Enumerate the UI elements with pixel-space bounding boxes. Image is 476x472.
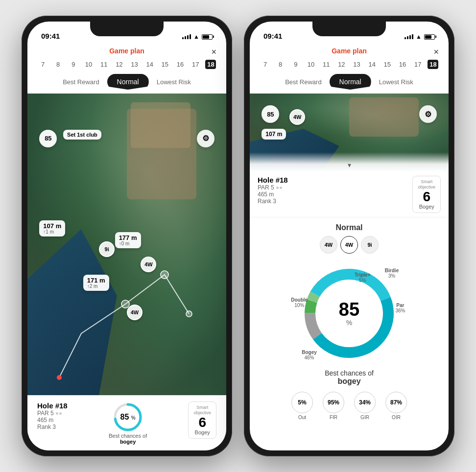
- lowest-risk-btn-right[interactable]: Lowest Risk: [371, 74, 421, 90]
- best-reward-btn-right[interactable]: Best Reward: [277, 74, 329, 90]
- close-button-right[interactable]: ×: [433, 47, 439, 57]
- detail-panel-right: Hole #18 PAR 5 465 m Rank 3 Smart object…: [250, 172, 449, 217]
- set-first-club[interactable]: Set 1st club: [63, 130, 101, 140]
- club-4w-top: 4W: [141, 257, 156, 272]
- donut-chart: 85 % Triple+5% Birdie3% Par36% Bogey46%: [295, 260, 403, 367]
- hole-16-r[interactable]: 16: [397, 61, 408, 68]
- club-chip-9i: 9i: [361, 236, 379, 254]
- dist-171: 171 m↑2 m: [83, 275, 109, 291]
- hole-11[interactable]: 11: [98, 61, 109, 68]
- dist-right: 465 m: [258, 191, 288, 198]
- map-area-left: 85 Set 1st club ⚙ 107 m↑1 m 9i 177 m↑0 m: [27, 94, 226, 395]
- hole-18-active-r[interactable]: 18: [428, 60, 438, 69]
- signal-icon-right: [405, 34, 413, 39]
- battery-icon-right: [424, 34, 435, 40]
- hole-15-r[interactable]: 15: [382, 61, 393, 68]
- bottom-panel-left: Hole #18 PAR 5 465 m Rank 3: [27, 395, 226, 450]
- hole-8-r[interactable]: 8: [275, 61, 286, 68]
- normal-section: Normal 4W 4W 9i: [250, 217, 449, 450]
- close-button-left[interactable]: ×: [211, 47, 216, 57]
- hole-12[interactable]: 12: [114, 61, 124, 68]
- stat-gir: 34% GIR: [354, 392, 376, 420]
- hole-10[interactable]: 10: [83, 61, 94, 68]
- best-chances-left: Best chances of bogey: [109, 433, 147, 445]
- hole-14[interactable]: 14: [144, 61, 155, 68]
- hole-8[interactable]: 8: [53, 61, 64, 68]
- map-area-right: 85 4W ⚙ 107 m ▾: [250, 94, 449, 172]
- status-icons-left: ▲: [182, 33, 213, 40]
- phone-right: 09:41 ▲ Game plan ×: [244, 16, 454, 456]
- hole-12-r[interactable]: 12: [336, 61, 347, 68]
- hole-11-r[interactable]: 11: [321, 61, 332, 68]
- app-header-right: Game plan ×: [250, 43, 449, 58]
- best-chances-right: Best chances of bogey: [325, 369, 374, 386]
- dist-rank-left: 465 m Rank 3: [37, 417, 68, 430]
- donut-center: 85 %: [339, 300, 359, 327]
- hole-15[interactable]: 15: [160, 61, 170, 68]
- game-plan-title-left: Game plan: [109, 47, 144, 55]
- chevron-down-icon[interactable]: ▾: [348, 161, 351, 169]
- club-4w-bottom: 4W: [127, 305, 143, 320]
- par-line-left: PAR 5: [37, 410, 68, 417]
- club-chip-4w-2: 4W: [340, 236, 358, 254]
- smart-obj-label-left: Smart objective: [193, 405, 211, 416]
- hole-10-r[interactable]: 10: [306, 61, 316, 68]
- battery-icon: [202, 34, 213, 40]
- score-text-left: 85 %: [120, 413, 136, 422]
- stat-fir: 95% FIR: [323, 392, 344, 420]
- map-bg-left: 85 Set 1st club ⚙ 107 m↑1 m 9i 177 m↑0 m: [27, 94, 226, 395]
- hole-9-r[interactable]: 9: [290, 61, 301, 68]
- hole-17[interactable]: 17: [190, 61, 201, 68]
- mode-selector-right: Best Reward Normal Lowest Risk: [277, 74, 421, 90]
- smart-obj-number-left: 6: [198, 416, 206, 429]
- best-reward-btn-left[interactable]: Best Reward: [55, 74, 107, 90]
- hole-9[interactable]: 9: [68, 61, 79, 68]
- mode-selector-left: Best Reward Normal Lowest Risk: [55, 74, 199, 90]
- settings-icon-left[interactable]: ⚙: [197, 130, 214, 147]
- stat-oir: 87% OIR: [385, 392, 407, 420]
- smart-obj-right: Smart objective 6 Bogey: [412, 176, 441, 213]
- normal-btn-left[interactable]: Normal: [107, 74, 149, 90]
- smart-obj-number-right: 6: [423, 190, 430, 204]
- smart-obj-result-left: Bogey: [195, 429, 210, 435]
- settings-icon-right[interactable]: ⚙: [419, 105, 437, 123]
- hole-13-r[interactable]: 13: [352, 61, 362, 68]
- normal-btn-right[interactable]: Normal: [330, 74, 371, 90]
- hole-17-r[interactable]: 17: [412, 61, 423, 68]
- hole-7[interactable]: 7: [38, 61, 48, 68]
- status-icons-right: ▲: [405, 33, 435, 40]
- signal-icon: [182, 34, 191, 39]
- game-plan-title-right: Game plan: [332, 47, 367, 55]
- dist-107-right: 107 m: [262, 129, 286, 140]
- hole-14-r[interactable]: 14: [367, 61, 378, 68]
- time-right: 09:41: [263, 32, 282, 40]
- club-chip-4w-1: 4W: [320, 236, 337, 254]
- label-double: Double10%: [291, 297, 308, 308]
- time-left: 09:41: [41, 32, 60, 40]
- hole-info-left: Hole #18 PAR 5 465 m Rank 3: [37, 401, 216, 445]
- label-bogey: Bogey46%: [302, 350, 317, 360]
- wifi-icon: ▲: [193, 33, 199, 40]
- wifi-icon-right: ▲: [416, 33, 422, 40]
- notch-left: [90, 22, 164, 36]
- notch-right: [312, 22, 386, 36]
- donut-label: %: [339, 319, 359, 327]
- smart-obj-left: Smart objective 6 Bogey: [188, 401, 216, 439]
- hole-13[interactable]: 13: [129, 61, 140, 68]
- label-par: Par36%: [395, 303, 405, 313]
- best-result-right: bogey: [337, 377, 360, 385]
- smart-obj-result-right: Bogey: [419, 204, 434, 210]
- score-circle-left: 85 % Best chances of bogey: [109, 401, 147, 445]
- hole-name-left: Hole #18: [37, 401, 68, 410]
- dist-177: 177 m↑0 m: [115, 232, 141, 248]
- hole-18-active[interactable]: 18: [205, 60, 216, 69]
- smart-obj-label-right: Smart objective: [418, 179, 435, 190]
- hole-numbers-right: 7 8 9 10 11 12 13 14 15 16 17 18: [250, 58, 449, 71]
- phone-left: 09:41 ▲ Game plan ×: [22, 16, 232, 456]
- hole-7-r[interactable]: 7: [260, 61, 271, 68]
- donut-value: 85: [339, 300, 359, 319]
- lowest-risk-btn-left[interactable]: Lowest Risk: [149, 74, 199, 90]
- score-ring-left: 85 %: [112, 401, 143, 433]
- hole-16[interactable]: 16: [175, 61, 186, 68]
- phones-container: 09:41 ▲ Game plan ×: [22, 16, 454, 456]
